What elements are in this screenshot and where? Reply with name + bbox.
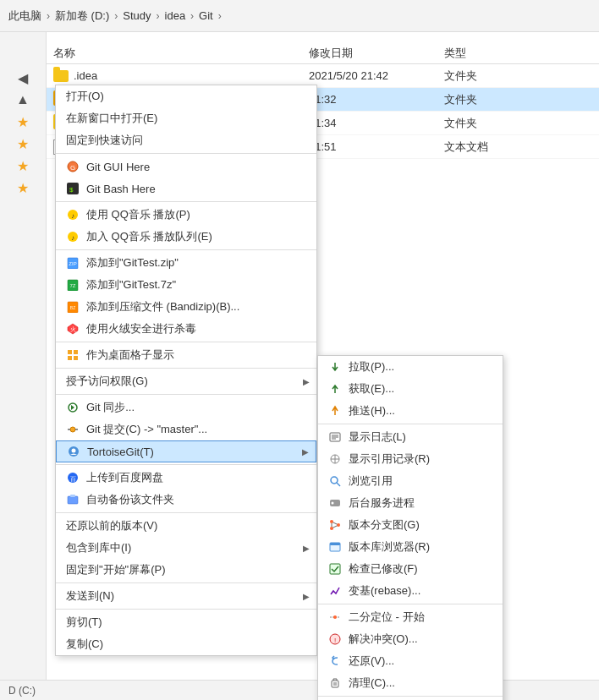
- cm-cleanup[interactable]: 清理(C)...: [318, 672, 503, 694]
- sidebar-back[interactable]: ◀: [0, 68, 46, 88]
- cm-bisect[interactable]: 二分定位 - 开始: [318, 606, 503, 628]
- cm-sep: [318, 604, 503, 604]
- cm-baidu[interactable]: 百 上传到百度网盘: [56, 467, 316, 489]
- breadcrumb-computer[interactable]: 此电脑: [8, 8, 41, 24]
- svg-rect-28: [68, 496, 78, 504]
- qq-music-icon: ♪: [66, 208, 80, 221]
- svg-rect-48: [330, 543, 340, 545]
- breadcrumb-study[interactable]: Study: [123, 9, 151, 22]
- cm-backup[interactable]: 自动备份该文件夹: [56, 489, 316, 511]
- cm-open-new[interactable]: 在新窗口中打开(E): [56, 107, 316, 129]
- breadcrumb-git[interactable]: Git: [199, 9, 213, 22]
- cm-daemon[interactable]: 后台服务进程: [318, 492, 503, 514]
- cm-desktop-grid[interactable]: 作为桌面格子显示: [56, 344, 316, 366]
- cm-copy[interactable]: 复制(C): [56, 633, 316, 655]
- breadcrumb-drive[interactable]: 新加卷 (D:): [55, 8, 109, 24]
- git-commit-icon: [66, 423, 80, 436]
- cm-sep: [56, 512, 316, 513]
- cm-pin-quick[interactable]: 固定到快速访问: [56, 129, 316, 151]
- revert-icon: [328, 654, 342, 668]
- file-type: 文件夹: [444, 68, 477, 84]
- status-bar: D (C:): [0, 680, 599, 700]
- context-menu-secondary: 拉取(P)... 获取(E)... 推送(H)... 显示日志(L) 显示引用记…: [317, 355, 503, 700]
- svg-text:火: 火: [70, 326, 76, 332]
- browser-icon: [328, 540, 342, 554]
- svg-point-51: [333, 615, 337, 619]
- cm-sep: [318, 424, 503, 424]
- file-type: 文本文档: [444, 139, 488, 155]
- check-icon: [328, 562, 342, 576]
- sidebar-up[interactable]: ▲: [0, 90, 46, 110]
- cm-send-to[interactable]: 发送到(N): [56, 585, 316, 607]
- cm-include-lib[interactable]: 包含到库中(I): [56, 537, 316, 559]
- cm-show-ref[interactable]: 显示引用记录(R): [318, 448, 503, 470]
- cm-git-sync[interactable]: Git 同步...: [56, 396, 316, 418]
- cm-add-zip[interactable]: ZIP 添加到"GitTest.zip": [56, 252, 316, 274]
- cm-pin-start[interactable]: 固定到"开始"屏幕(P): [56, 559, 316, 581]
- cm-fetch[interactable]: 获取(E)...: [318, 378, 503, 400]
- grid-icon: [66, 348, 80, 362]
- push-icon: [328, 404, 342, 418]
- git-sync-icon: [66, 401, 80, 414]
- cm-rebase[interactable]: 变基(rebase)...: [318, 580, 503, 602]
- col-header-name[interactable]: 名称: [47, 46, 309, 61]
- cm-check-modify[interactable]: 检查已修改(F): [318, 558, 503, 580]
- svg-point-41: [330, 520, 333, 523]
- svg-rect-18: [68, 356, 72, 360]
- file-date: 21:34: [309, 117, 444, 129]
- sidebar-fav2[interactable]: ★: [0, 134, 46, 154]
- svg-point-42: [330, 527, 333, 530]
- cm-bandizip[interactable]: BZ 添加到压缩文件 (Bandizip)(B)...: [56, 296, 316, 318]
- cm-open[interactable]: 打开(O): [56, 85, 316, 107]
- cm-git-bash[interactable]: $ Git Bash Here: [56, 178, 316, 200]
- git-gui-icon: G: [66, 160, 80, 173]
- daemon-icon: [328, 496, 342, 510]
- cm-repo-browser[interactable]: 版本库浏览器(R): [318, 536, 503, 558]
- log-icon: [328, 430, 342, 444]
- sidebar-fav3[interactable]: ★: [0, 156, 46, 176]
- cm-branch-graph[interactable]: 版本分支图(G): [318, 514, 503, 536]
- svg-text:!: !: [334, 637, 336, 644]
- cm-antivirus[interactable]: 火 使用火绒安全进行杀毒: [56, 318, 316, 340]
- context-menu-primary: 打开(O) 在新窗口中打开(E) 固定到快速访问 G Git GUI Here …: [55, 85, 317, 656]
- file-type: 文件夹: [444, 116, 477, 131]
- zip-icon: ZIP: [66, 256, 80, 270]
- cm-sep: [56, 464, 316, 465]
- cm-sep: [56, 609, 316, 610]
- cm-restore-old[interactable]: 还原以前的版本(V): [56, 515, 316, 537]
- svg-text:7Z: 7Z: [69, 283, 75, 288]
- file-date: 21:32: [309, 93, 444, 106]
- qq-music-icon2: ♪: [66, 230, 80, 243]
- cm-sep: [56, 249, 316, 250]
- cm-sep: [56, 201, 316, 202]
- svg-point-37: [331, 477, 338, 484]
- cm-resolve[interactable]: ! 解决冲突(O)...: [318, 628, 503, 650]
- cm-revert[interactable]: 还原(V)...: [318, 650, 503, 672]
- cm-browse-ref[interactable]: 浏览引用: [318, 470, 503, 492]
- cm-add-7z[interactable]: 7Z 添加到"GitTest.7z": [56, 274, 316, 296]
- cm-push[interactable]: 推送(H)...: [318, 400, 503, 422]
- cm-qq-add[interactable]: ♪ 加入 QQ音乐 播放队列(E): [56, 226, 316, 248]
- cm-pull[interactable]: 拉取(P)...: [318, 356, 503, 378]
- cm-cut[interactable]: 剪切(T): [56, 611, 316, 633]
- svg-text:BZ: BZ: [70, 305, 75, 310]
- cm-git-gui[interactable]: G Git GUI Here: [56, 156, 316, 178]
- cm-permissions[interactable]: 授予访问权限(G): [56, 370, 316, 392]
- svg-rect-29: [70, 495, 75, 497]
- cm-qq-play[interactable]: ♪ 使用 QQ音乐 播放(P): [56, 204, 316, 226]
- cm-git-commit[interactable]: Git 提交(C) -> "master"...: [56, 418, 316, 440]
- svg-point-25: [72, 449, 76, 453]
- file-date: 21:51: [309, 140, 444, 153]
- breadcrumb-idea[interactable]: idea: [165, 9, 186, 22]
- svg-text:G: G: [70, 164, 75, 172]
- svg-text:ZIP: ZIP: [69, 261, 76, 266]
- 7z-icon: 7Z: [66, 278, 80, 292]
- col-header-type[interactable]: 类型: [444, 46, 466, 61]
- sidebar-fav4[interactable]: ★: [0, 178, 46, 198]
- file-date: 2021/5/20 21:42: [309, 69, 444, 82]
- cm-tortoisegit[interactable]: TortoiseGit(T): [56, 440, 316, 462]
- cm-show-log[interactable]: 显示日志(L): [318, 426, 503, 448]
- sidebar-fav1[interactable]: ★: [0, 112, 46, 132]
- col-header-date[interactable]: 修改日期: [309, 46, 444, 61]
- svg-rect-19: [74, 356, 78, 360]
